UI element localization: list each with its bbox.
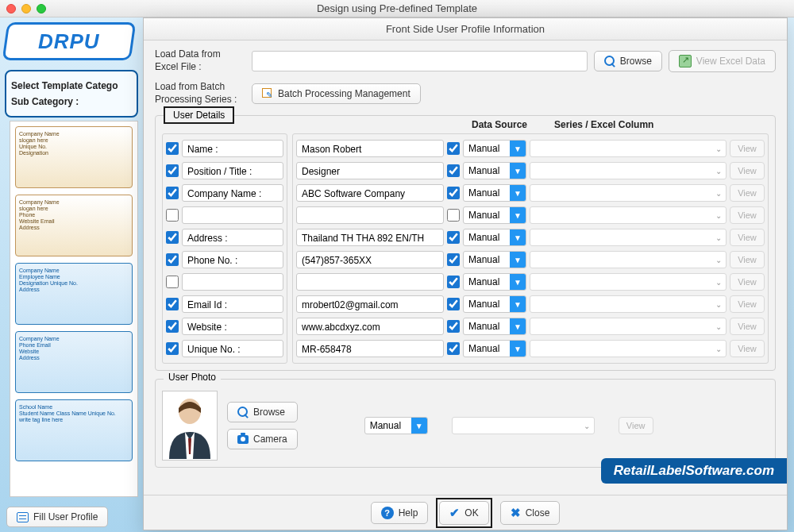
series-column-select[interactable]: ⌄ [530,295,727,313]
field-value-input[interactable] [296,206,444,224]
logo-text: DRPU [38,29,100,54]
row-value-checkbox[interactable] [447,342,460,355]
field-value-input[interactable]: Designer [296,162,444,179]
chevron-down-icon: ▼ [510,185,526,201]
template-thumbnail[interactable]: Company Nameslogan herePhoneWebsite Emai… [15,195,133,256]
browse-label: Browse [620,56,652,67]
field-label-input[interactable]: Phone No. : [182,251,283,268]
field-value-input[interactable]: www.abcdxyz.com [296,318,444,335]
field-value-input[interactable]: MR-658478 [296,340,444,357]
data-source-select[interactable]: Manual▼ [463,206,526,224]
template-thumbnail[interactable]: School NameStudent Name Class Name Uniqu… [15,399,133,461]
chevron-down-icon: ⌄ [580,422,594,430]
field-label-input[interactable]: Unique No. : [182,340,283,357]
field-value-input[interactable]: Thailand TH THA 892 EN/TH [296,229,444,246]
data-source-select[interactable]: Manual▼ [463,229,526,246]
series-column-select[interactable]: ⌄ [530,206,727,224]
help-icon: ? [381,507,394,519]
field-value-input[interactable]: Mason Robert [296,140,444,157]
row-value-checkbox[interactable] [447,231,460,244]
row-value-checkbox[interactable] [447,164,460,177]
excel-path-input[interactable] [252,51,588,71]
field-label-input[interactable] [182,273,283,291]
field-value-input[interactable]: (547)857-365XX [296,251,444,268]
ok-button[interactable]: ✔ OK [439,501,488,525]
row-enable-checkbox[interactable] [166,142,179,155]
row-enable-checkbox[interactable] [166,231,179,244]
data-source-select[interactable]: Manual▼ [463,340,526,357]
chevron-down-icon: ▼ [510,207,526,223]
template-thumbnail[interactable]: Company NamePhone EmailWebsiteAddress [15,331,133,393]
row-value-checkbox[interactable] [447,142,460,155]
field-value-input[interactable] [296,273,444,291]
row-value-checkbox[interactable] [447,209,460,222]
row-enable-checkbox[interactable] [166,187,179,199]
excel-icon [679,55,692,67]
field-label-input[interactable]: Website : [182,318,283,335]
chevron-down-icon: ▼ [510,274,526,290]
series-column-select[interactable]: ⌄ [530,140,727,157]
row-enable-checkbox[interactable] [166,276,179,288]
field-value-input[interactable]: ABC Software Company [296,184,444,202]
photo-series-select[interactable]: ⌄ [452,417,595,434]
field-label-input[interactable] [182,206,283,224]
row-value-checkbox[interactable] [447,253,460,266]
row-enable-checkbox[interactable] [166,209,179,222]
data-source-select[interactable]: Manual▼ [463,140,526,157]
watermark: RetailLabelSoftware.com [601,458,787,484]
series-column-select[interactable]: ⌄ [530,184,727,202]
field-label-input[interactable]: Address : [182,229,283,246]
template-thumbnail[interactable]: Company Nameslogan hereUnique No.Designa… [15,126,133,188]
row-enable-checkbox[interactable] [166,342,179,355]
view-button: View [730,295,765,313]
row-enable-checkbox[interactable] [166,298,179,310]
data-source-select[interactable]: Manual▼ [463,162,526,179]
series-column-select[interactable]: ⌄ [530,251,727,268]
user-photo-legend: User Photo [164,372,221,383]
row-value-checkbox[interactable] [447,320,460,333]
photo-camera-button[interactable]: Camera [227,429,298,449]
template-thumbnails[interactable]: Company Nameslogan hereUnique No.Designa… [10,121,138,497]
modal-footer: ? Help ✔ OK ✖ Close [144,495,787,530]
chevron-down-icon: ⌄ [711,189,726,198]
fill-user-profile-label: Fill User Profile [33,511,98,522]
series-column-select[interactable]: ⌄ [530,162,727,179]
user-photo-thumbnail[interactable] [162,391,218,461]
field-label-input[interactable]: Name : [182,140,283,157]
row-value-checkbox[interactable] [447,298,460,310]
fill-user-profile-button[interactable]: Fill User Profile [6,507,108,527]
chevron-down-icon: ▼ [510,229,526,245]
close-button[interactable]: ✖ Close [500,501,561,525]
data-source-select[interactable]: Manual▼ [463,273,526,291]
row-enable-checkbox[interactable] [166,253,179,266]
template-thumbnail[interactable]: Company NameEmployee NameDesignation Uni… [15,263,133,325]
ok-label: OK [464,507,478,519]
field-value-input[interactable]: mrobert02@gmail.com [296,295,444,313]
photo-data-source-select[interactable]: Manual ▼ [364,417,428,434]
series-column-select[interactable]: ⌄ [530,229,727,246]
series-column-select[interactable]: ⌄ [530,340,727,357]
browse-excel-button[interactable]: Browse [594,51,662,71]
close-icon: ✖ [511,506,521,520]
help-label: Help [399,507,418,519]
photo-browse-button[interactable]: Browse [227,402,298,422]
view-button: View [730,140,765,157]
data-source-select[interactable]: Manual▼ [463,318,526,335]
modal-title: Front Side User Profile Information [144,18,787,40]
field-label-input[interactable]: Position / Title : [182,162,283,179]
row-enable-checkbox[interactable] [166,320,179,333]
data-source-select[interactable]: Manual▼ [463,295,526,313]
row-value-checkbox[interactable] [447,276,460,288]
field-label-input[interactable]: Company Name : [182,184,283,202]
help-button[interactable]: ? Help [371,502,429,524]
row-enable-checkbox[interactable] [166,164,179,177]
view-button: View [730,162,765,179]
row-value-checkbox[interactable] [447,187,460,199]
data-source-select[interactable]: Manual▼ [463,251,526,268]
series-column-select[interactable]: ⌄ [530,273,727,291]
field-label-input[interactable]: Email Id : [182,295,283,313]
data-source-select[interactable]: Manual▼ [463,184,526,202]
batch-processing-button[interactable]: Batch Processing Management [252,83,421,104]
series-column-select[interactable]: ⌄ [530,318,727,335]
chevron-down-icon: ▼ [510,252,526,268]
